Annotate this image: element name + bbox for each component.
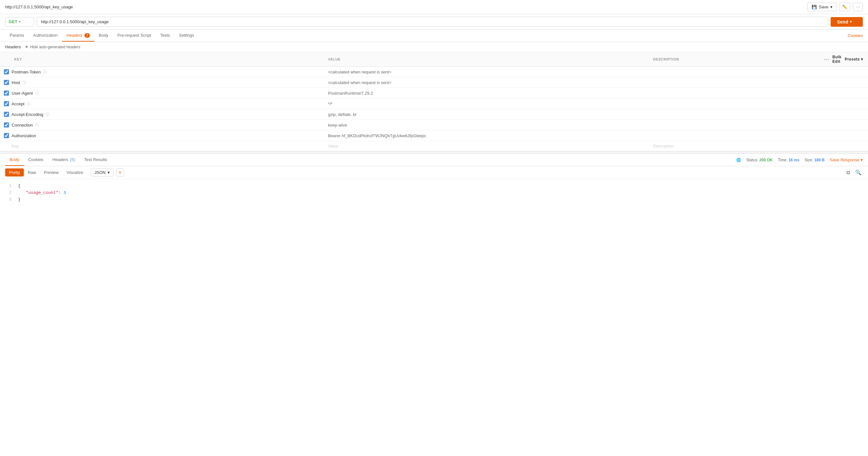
empty-row: Key Value Description bbox=[0, 141, 868, 151]
body-sub-tab-pretty[interactable]: Pretty bbox=[5, 168, 24, 176]
eye-icon: 👁 bbox=[25, 45, 29, 49]
body-sub-tab-raw[interactable]: Raw bbox=[24, 168, 40, 176]
top-bar: http://127.0.0.1:5000/api_key_usage 💾 Sa… bbox=[0, 0, 868, 14]
search-button[interactable]: 🔍 bbox=[854, 168, 863, 177]
tab-params[interactable]: Params bbox=[5, 30, 29, 41]
url-input[interactable] bbox=[37, 17, 828, 27]
headers-badge: 7 bbox=[85, 33, 90, 38]
save-response-button[interactable]: Save Response ▾ bbox=[830, 158, 863, 162]
wrap-icon: ≡ bbox=[119, 170, 121, 175]
row-6-actions bbox=[820, 130, 868, 141]
json-value: 3 bbox=[63, 190, 66, 195]
line-num-2: 2 bbox=[5, 190, 11, 196]
row-5-desc bbox=[649, 120, 820, 130]
more-dots-icon: ⋯ bbox=[824, 56, 829, 63]
empty-value-placeholder: Value bbox=[324, 141, 649, 151]
method-chevron-icon: ▾ bbox=[19, 20, 20, 24]
table-row: Host ⓘ <calculated when request is sent> bbox=[0, 77, 868, 88]
body-sub-tabs: Pretty Raw Preview Visualize JSON ▾ ≡ ⧉ … bbox=[0, 166, 868, 179]
body-sub-tab-visualize[interactable]: Visualize bbox=[63, 168, 87, 176]
response-tab-body[interactable]: Body bbox=[5, 154, 24, 166]
response-tab-testresults[interactable]: Test Results bbox=[80, 154, 112, 166]
edit-icon-button[interactable]: ✏️ bbox=[839, 3, 850, 11]
info-icon: ⓘ bbox=[46, 112, 49, 117]
row-1-value: <calculated when request is sent> bbox=[324, 77, 649, 88]
row-2-desc bbox=[649, 88, 820, 99]
request-tabs: Params Authorization Headers 7 Body Pre-… bbox=[0, 30, 868, 42]
status-value: 200 OK bbox=[760, 158, 773, 162]
code-view: 1 { 2 "usage_count": 3 3 } bbox=[0, 179, 868, 207]
headers-sub-header: Headers 👁 Hide auto-generated headers bbox=[0, 42, 868, 52]
code-line-1: 1 { bbox=[5, 183, 863, 190]
request-bar: GET ▾ Send ▾ bbox=[0, 14, 868, 30]
body-sub-tab-preview[interactable]: Preview bbox=[40, 168, 63, 176]
tab-headers[interactable]: Headers 7 bbox=[62, 30, 94, 41]
save-button[interactable]: 💾 Save ▾ bbox=[807, 3, 837, 11]
response-tab-headers[interactable]: Headers (5) bbox=[48, 154, 80, 166]
tab-settings[interactable]: Settings bbox=[174, 30, 198, 41]
hide-label: Hide auto-generated headers bbox=[30, 45, 80, 49]
col-description: DESCRIPTION bbox=[649, 52, 820, 67]
row-1-desc bbox=[649, 77, 820, 88]
globe-icon: 🌐 bbox=[736, 158, 741, 162]
row-4-checkbox[interactable] bbox=[4, 112, 9, 117]
tab-authorization[interactable]: Authorization bbox=[29, 30, 62, 41]
hide-auto-generated-button[interactable]: 👁 Hide auto-generated headers bbox=[25, 45, 80, 49]
row-1-actions bbox=[820, 77, 868, 88]
info-icon: ⓘ bbox=[43, 70, 47, 74]
row-3-key: Accept bbox=[11, 101, 25, 106]
bulk-edit-button[interactable]: Bulk Edit bbox=[833, 55, 842, 64]
more-icon-button[interactable]: ⋯ bbox=[853, 3, 863, 11]
response-tab-cookies[interactable]: Cookies bbox=[24, 154, 48, 166]
code-line-3: 3 } bbox=[5, 196, 863, 203]
tab-prerequest[interactable]: Pre-request Script bbox=[113, 30, 156, 41]
format-chevron-icon: ▾ bbox=[107, 170, 110, 175]
row-0-key: Postman-Token bbox=[11, 70, 40, 74]
presets-button[interactable]: Presets ▾ bbox=[845, 57, 863, 62]
info-icon: ⓘ bbox=[27, 101, 31, 106]
save-label: Save bbox=[819, 4, 828, 9]
cookies-link[interactable]: Cookies bbox=[848, 33, 863, 38]
row-6-desc bbox=[649, 130, 820, 141]
format-select[interactable]: JSON ▾ bbox=[91, 168, 114, 176]
response-headers-badge: (5) bbox=[70, 157, 75, 162]
row-2-checkbox[interactable] bbox=[4, 91, 9, 96]
copy-button[interactable]: ⧉ bbox=[845, 168, 851, 177]
line-num-3: 3 bbox=[5, 196, 11, 203]
row-3-checkbox[interactable] bbox=[4, 101, 9, 106]
method-select[interactable]: GET ▾ bbox=[5, 17, 34, 26]
json-key: "usage_count" bbox=[26, 190, 58, 195]
time-label: Time: 16 ms bbox=[778, 158, 799, 162]
row-3-actions bbox=[820, 99, 868, 109]
empty-desc-placeholder: Description bbox=[649, 141, 820, 151]
send-chevron-icon: ▾ bbox=[850, 20, 851, 24]
row-5-checkbox[interactable] bbox=[4, 122, 9, 128]
send-label: Send bbox=[837, 19, 848, 25]
tab-body[interactable]: Body bbox=[94, 30, 113, 41]
response-meta: 🌐 Status: 200 OK Time: 16 ms Size: 188 B… bbox=[736, 158, 863, 162]
code-content-3: } bbox=[18, 196, 21, 203]
table-row: Accept ⓘ */* bbox=[0, 99, 868, 109]
table-row: Connection ⓘ keep-alive bbox=[0, 120, 868, 130]
row-1-key: Host bbox=[11, 80, 20, 85]
row-4-key: Accept-Encoding bbox=[11, 112, 43, 117]
presets-chevron-icon: ▾ bbox=[861, 57, 863, 62]
tab-tests[interactable]: Tests bbox=[156, 30, 174, 41]
empty-actions bbox=[820, 141, 868, 151]
row-3-value: */* bbox=[324, 99, 649, 109]
code-content-1: { bbox=[18, 183, 21, 190]
send-button[interactable]: Send ▾ bbox=[831, 17, 863, 27]
wrap-button[interactable]: ≡ bbox=[116, 168, 124, 176]
row-4-value: gzip, deflate, br bbox=[324, 109, 649, 120]
row-0-checkbox[interactable] bbox=[4, 69, 9, 74]
save-response-chevron-icon: ▾ bbox=[861, 158, 863, 162]
row-6-checkbox[interactable] bbox=[4, 133, 9, 138]
line-num-1: 1 bbox=[5, 183, 11, 190]
code-line-2: 2 "usage_count": 3 bbox=[5, 190, 863, 196]
save-chevron-icon: ▾ bbox=[830, 4, 833, 9]
row-1-checkbox[interactable] bbox=[4, 80, 9, 85]
col-key: KEY bbox=[0, 52, 324, 67]
request-title: http://127.0.0.1:5000/api_key_usage bbox=[5, 4, 73, 9]
info-icon: ⓘ bbox=[35, 91, 39, 96]
size-value: 188 B bbox=[814, 158, 825, 162]
